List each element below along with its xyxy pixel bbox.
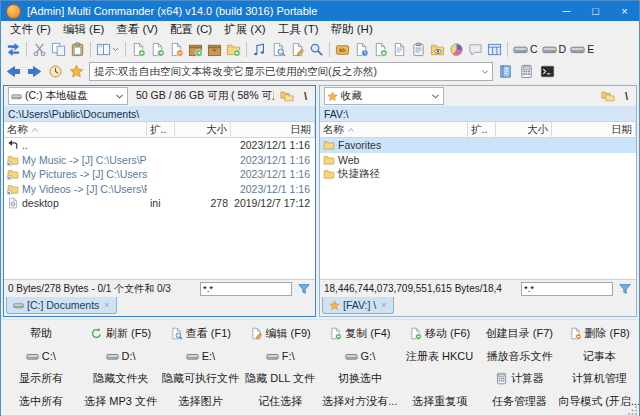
fn-button-r1c8[interactable]: 删除 (F8): [559, 322, 639, 345]
left-device-dropdown[interactable]: (C:) 本地磁盘: [8, 87, 128, 105]
kb-commands-icon[interactable]: kb: [333, 39, 352, 59]
chevron-down-icon[interactable]: [111, 45, 120, 54]
menu-item-6[interactable]: 帮助 (H): [325, 21, 379, 38]
layout-icon[interactable]: [485, 39, 504, 59]
left-tab[interactable]: [C:] Documents ×: [6, 297, 117, 314]
forward-button[interactable]: [26, 64, 43, 79]
search-icon[interactable]: [307, 39, 326, 59]
fn-button-r1c1[interactable]: 帮助: [1, 322, 81, 345]
column-header-2[interactable]: 大小: [175, 122, 231, 137]
fn-button-r4c4[interactable]: 记住选择: [240, 390, 320, 413]
pack-icon[interactable]: [186, 39, 205, 59]
drive-e-button[interactable]: E: [568, 39, 596, 59]
drive-d-button[interactable]: D: [540, 39, 569, 59]
column-header-3[interactable]: 日期: [552, 122, 636, 137]
menu-item-1[interactable]: 编辑 (E): [57, 21, 111, 38]
fn-button-r1c3[interactable]: 查看 (F1): [161, 322, 241, 345]
folder-tree-icon[interactable]: [278, 89, 296, 103]
fn-button-r3c5[interactable]: 切换选中: [320, 368, 400, 391]
right-root-button[interactable]: \: [621, 90, 632, 102]
column-header-2[interactable]: 大小: [496, 122, 552, 137]
file-row[interactable]: Favorites: [320, 138, 636, 153]
close-button[interactable]: ×: [610, 1, 639, 21]
fn-button-r4c2[interactable]: 选择 MP3 文件: [81, 390, 161, 413]
file-copy-icon[interactable]: [129, 39, 148, 59]
media-player-icon[interactable]: [250, 39, 269, 59]
column-header-1[interactable]: 扩..: [147, 122, 175, 137]
file-edit-icon[interactable]: [288, 39, 307, 59]
copy-icon[interactable]: [49, 39, 68, 59]
file-row[interactable]: .. 2023/12/1 1:16: [4, 138, 315, 153]
fn-button-r2c5[interactable]: G:\: [320, 345, 400, 368]
folder-tree-icon[interactable]: [599, 89, 617, 103]
file-move-icon[interactable]: [148, 39, 167, 59]
fn-button-r4c3[interactable]: 选择图片: [161, 390, 241, 413]
file-row[interactable]: Web: [320, 153, 636, 168]
back-button[interactable]: [5, 64, 22, 79]
file-row[interactable]: My Music -> [J] C:\Users\Public\Music 20…: [4, 153, 315, 168]
comment-icon[interactable]: [466, 39, 485, 59]
menu-item-0[interactable]: 文件 (F): [4, 21, 57, 38]
refresh-sync-icon[interactable]: [4, 39, 23, 59]
column-header-3[interactable]: 日期: [231, 122, 315, 137]
fn-button-r2c2[interactable]: D:\: [81, 345, 161, 368]
tab-close-icon[interactable]: ×: [104, 300, 109, 310]
file-info-icon[interactable]: [390, 39, 409, 59]
column-header-0[interactable]: 名称: [4, 122, 147, 137]
notepad-button[interactable]: [497, 64, 514, 79]
column-header-0[interactable]: 名称: [320, 122, 468, 137]
fn-button-r3c2[interactable]: 隐藏文件夹: [81, 368, 161, 391]
fn-button-r2c8[interactable]: 记事本: [559, 345, 639, 368]
left-path-bar[interactable]: C:\Users\Public\Documents\: [4, 106, 315, 122]
fn-button-r1c4[interactable]: 编辑 (F9): [240, 322, 320, 345]
column-header-1[interactable]: 扩..: [468, 122, 496, 137]
left-root-button[interactable]: \: [300, 90, 311, 102]
paste-icon[interactable]: [68, 39, 87, 59]
fn-button-r2c6[interactable]: 注册表 HKCU: [400, 345, 480, 368]
fn-button-r1c7[interactable]: 创建目录 (F7): [480, 322, 560, 345]
file-row[interactable]: desktop ini 278 2019/12/7 17:12: [4, 196, 315, 211]
fn-button-r2c7[interactable]: 播放音乐文件: [480, 345, 560, 368]
right-tab[interactable]: [FAV:] \ ×: [322, 297, 394, 314]
cut-icon[interactable]: [30, 39, 49, 59]
fn-button-r3c4[interactable]: 隐藏 DLL 文件: [240, 368, 320, 391]
favorites-button[interactable]: [68, 64, 85, 79]
fn-button-r3c1[interactable]: 显示所有: [1, 368, 81, 391]
file-row[interactable]: 快捷路径: [320, 167, 636, 182]
resize-grip[interactable]: [628, 405, 638, 415]
file-new-icon[interactable]: [371, 39, 390, 59]
fn-button-r4c1[interactable]: 选中所有: [1, 390, 81, 413]
fn-button-r2c4[interactable]: F:\: [240, 345, 320, 368]
menu-item-4[interactable]: 扩展 (X): [218, 21, 272, 38]
command-prompt-button[interactable]: [539, 64, 556, 79]
fn-button-r1c6[interactable]: 移动 (F6): [400, 322, 480, 345]
fn-button-r3c3[interactable]: 隐藏可执行文件: [161, 368, 241, 391]
fn-button-r3c8[interactable]: 计算机管理: [559, 368, 639, 391]
clipboard-icon[interactable]: [409, 39, 428, 59]
file-row[interactable]: My Videos -> [J] C:\Users\Public\Videos …: [4, 182, 315, 197]
drive-c-button[interactable]: C: [511, 39, 540, 59]
fn-button-r1c2[interactable]: 刷新 (F5): [81, 322, 161, 345]
file-delete-icon[interactable]: [167, 39, 186, 59]
fn-button-r4c7[interactable]: 任务管理器: [480, 390, 560, 413]
file-preview-icon[interactable]: [269, 39, 288, 59]
right-device-dropdown[interactable]: 收藏: [324, 87, 444, 105]
unpack-icon[interactable]: [205, 39, 224, 59]
stats-icon[interactable]: [447, 39, 466, 59]
split-view-icon[interactable]: [94, 39, 122, 59]
menu-item-3[interactable]: 配置 (C): [164, 21, 218, 38]
right-path-bar[interactable]: FAV:\: [320, 106, 636, 122]
right-filter-input[interactable]: [521, 282, 613, 296]
tab-close-icon[interactable]: ×: [381, 300, 386, 310]
menu-item-5[interactable]: 工具 (T): [272, 21, 325, 38]
minimize-button[interactable]: ─: [552, 1, 581, 21]
fn-button-r2c1[interactable]: C:\: [1, 345, 81, 368]
file-row[interactable]: My Pictures -> [J] C:\Users\Public\Pictu…: [4, 167, 315, 182]
chevron-down-icon[interactable]: [480, 67, 490, 77]
calculator-button[interactable]: [518, 64, 535, 79]
filter-funnel-icon[interactable]: [297, 282, 311, 296]
fn-button-r4c5[interactable]: 选择对方没有...: [320, 390, 400, 413]
maximize-button[interactable]: □: [581, 1, 610, 21]
create-folder-icon[interactable]: [224, 39, 243, 59]
filter-funnel-icon[interactable]: [618, 282, 632, 296]
